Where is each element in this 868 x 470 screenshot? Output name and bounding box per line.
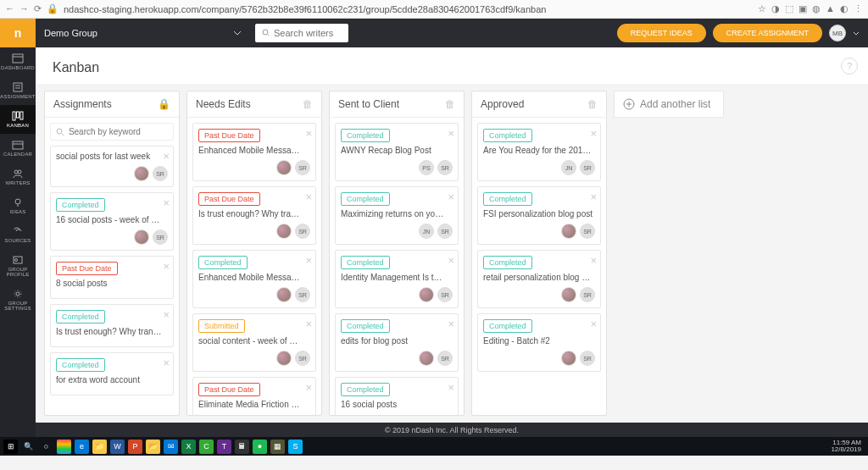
files-icon[interactable]: 📁 xyxy=(92,440,107,454)
kanban-card[interactable]: ×social posts for last weekSR xyxy=(50,146,174,187)
sidebar-item-ideas[interactable]: IDEAS xyxy=(0,191,36,220)
start-icon[interactable]: ⊞ xyxy=(3,440,18,454)
kanban-card[interactable]: ×Completed16 social posts xyxy=(335,377,459,415)
app-icon[interactable]: ▦ xyxy=(270,440,285,454)
kanban-card[interactable]: ×Past Due Date8 social posts xyxy=(50,256,174,299)
lock-icon[interactable]: 🔒 xyxy=(158,98,170,110)
skype-icon[interactable]: S xyxy=(288,440,303,454)
teams-icon[interactable]: T xyxy=(217,440,231,454)
close-icon[interactable]: × xyxy=(448,191,454,203)
member-avatar[interactable] xyxy=(419,287,434,302)
edge-icon[interactable]: e xyxy=(75,440,89,454)
excel-icon[interactable]: X xyxy=(181,440,196,454)
address-bar[interactable]: ndashco-staging.herokuapp.com/company/57… xyxy=(64,4,753,14)
member-avatar[interactable]: SR xyxy=(153,166,168,181)
camtasia-icon[interactable]: C xyxy=(199,440,214,454)
close-icon[interactable]: × xyxy=(448,318,454,330)
member-avatar[interactable] xyxy=(134,166,149,181)
word-icon[interactable]: W xyxy=(110,440,125,454)
member-avatar[interactable]: SR xyxy=(437,160,453,175)
close-icon[interactable]: × xyxy=(590,318,597,330)
close-icon[interactable]: × xyxy=(163,150,170,163)
member-avatar[interactable] xyxy=(561,351,576,366)
forward-icon[interactable]: → xyxy=(19,3,29,14)
kanban-card[interactable]: ×Completededits for blog postSR xyxy=(335,313,459,372)
request-ideas-button[interactable]: REQUEST IDEAS xyxy=(617,24,706,42)
group-picker[interactable]: Demo Group xyxy=(44,28,242,38)
ext-icon[interactable]: ◍ xyxy=(812,3,821,14)
close-icon[interactable]: × xyxy=(305,254,312,267)
kanban-card[interactable]: ×CompletedAWNY Recap Blog PostPSSR xyxy=(335,123,459,181)
close-icon[interactable]: × xyxy=(163,308,170,321)
member-avatar[interactable]: JN xyxy=(419,224,434,239)
kanban-card[interactable]: ×CompletedIdentity Management Is t…SR xyxy=(335,250,459,308)
kanban-card[interactable]: ×Completedfor extra word account xyxy=(50,352,174,395)
list-body[interactable]: ×social posts for last weekSR×Completed1… xyxy=(45,118,179,415)
list-body[interactable]: ×Past Due DateEnhanced Mobile Messa…SR×P… xyxy=(187,118,321,415)
member-avatar[interactable]: PS xyxy=(419,160,434,175)
member-avatar[interactable]: SR xyxy=(295,160,310,175)
chevron-down-icon[interactable] xyxy=(853,31,860,36)
kanban-card[interactable]: ×Past Due DateEnhanced Mobile Messa…SR xyxy=(192,123,316,181)
member-avatar[interactable] xyxy=(561,224,576,239)
list-body[interactable]: ×CompletedAWNY Recap Blog PostPSSR×Compl… xyxy=(330,118,464,415)
cortana-icon[interactable]: ○ xyxy=(39,440,53,454)
mail-icon[interactable]: ✉ xyxy=(164,440,178,454)
sidebar-item-group-profile[interactable]: GROUP PROFILE xyxy=(0,249,36,283)
menu-icon[interactable]: ⋮ xyxy=(854,3,863,14)
member-avatar[interactable]: SR xyxy=(295,287,310,302)
sidebar-item-assignments[interactable]: ASSIGNMENTS xyxy=(0,76,36,105)
close-icon[interactable]: × xyxy=(448,381,454,394)
trash-icon[interactable]: 🗑 xyxy=(587,98,598,110)
chrome-icon[interactable] xyxy=(57,440,71,454)
close-icon[interactable]: × xyxy=(163,357,170,369)
kanban-card[interactable]: ×CompletedFSI personalization blog postS… xyxy=(477,186,601,245)
close-icon[interactable]: × xyxy=(448,254,454,267)
member-avatar[interactable]: SR xyxy=(580,287,595,302)
reload-icon[interactable]: ⟳ xyxy=(34,3,42,14)
sidebar-item-group-settings[interactable]: GROUP SETTINGS xyxy=(0,283,36,317)
folder-icon[interactable]: 📂 xyxy=(146,440,160,454)
ext-icon[interactable]: ◑ xyxy=(771,3,780,14)
member-avatar[interactable]: SR xyxy=(580,224,595,239)
ppt-icon[interactable]: P xyxy=(128,440,142,454)
add-list-button[interactable]: Add another list xyxy=(614,91,724,118)
close-icon[interactable]: × xyxy=(590,191,597,203)
kanban-card[interactable]: ×CompletedIs trust enough? Why tran… xyxy=(50,304,174,347)
member-avatar[interactable] xyxy=(134,229,149,245)
kanban-card[interactable]: ×Submittedsocial content - week of …SR xyxy=(192,313,316,372)
logo[interactable]: n xyxy=(0,19,36,47)
close-icon[interactable]: × xyxy=(590,254,597,267)
kanban-card[interactable]: ×Past Due DateIs trust enough? Why tra…S… xyxy=(192,186,316,245)
member-avatar[interactable]: SR xyxy=(437,351,453,366)
kanban-card[interactable]: ×CompletedMaximizing returns on yo…JNSR xyxy=(335,186,459,245)
list-search-input[interactable] xyxy=(69,127,168,136)
member-avatar[interactable]: SR xyxy=(580,351,595,366)
kanban-card[interactable]: ×CompletedEnhanced Mobile Messa…SR xyxy=(192,250,316,308)
member-avatar[interactable]: SR xyxy=(437,287,453,302)
search-icon[interactable]: 🔍 xyxy=(21,440,36,454)
sidebar-item-calendar[interactable]: CALENDAR xyxy=(0,134,36,163)
member-avatar[interactable] xyxy=(276,160,292,175)
profile-icon[interactable]: ◐ xyxy=(840,3,849,14)
ext-icon[interactable]: ▣ xyxy=(798,3,807,14)
star-icon[interactable]: ☆ xyxy=(758,3,766,14)
member-avatar[interactable]: SR xyxy=(437,224,453,239)
member-avatar[interactable] xyxy=(276,287,292,302)
list-body[interactable]: ×CompletedAre You Ready for the 2019…JNS… xyxy=(472,118,606,415)
clock[interactable]: 11:59 AM 12/8/2019 xyxy=(831,440,865,453)
sidebar-item-kanban[interactable]: KANBAN xyxy=(0,105,36,134)
member-avatar[interactable]: JN xyxy=(561,160,576,175)
search-input[interactable] xyxy=(274,28,342,38)
kanban-card[interactable]: ×Past Due DateEliminate Media Friction … xyxy=(192,377,316,415)
help-icon[interactable]: ? xyxy=(841,58,858,75)
member-avatar[interactable]: SR xyxy=(580,160,595,175)
back-icon[interactable]: ← xyxy=(5,3,14,14)
close-icon[interactable]: × xyxy=(448,127,454,140)
member-avatar[interactable] xyxy=(276,224,292,239)
ext-icon[interactable]: ▲ xyxy=(826,3,835,14)
kanban-card[interactable]: ×Completedretail personalization blog …S… xyxy=(477,250,601,308)
close-icon[interactable]: × xyxy=(590,127,597,140)
create-assignment-button[interactable]: CREATE ASSIGNMENT xyxy=(713,24,822,42)
sidebar-item-writers[interactable]: WRITERS xyxy=(0,163,36,191)
